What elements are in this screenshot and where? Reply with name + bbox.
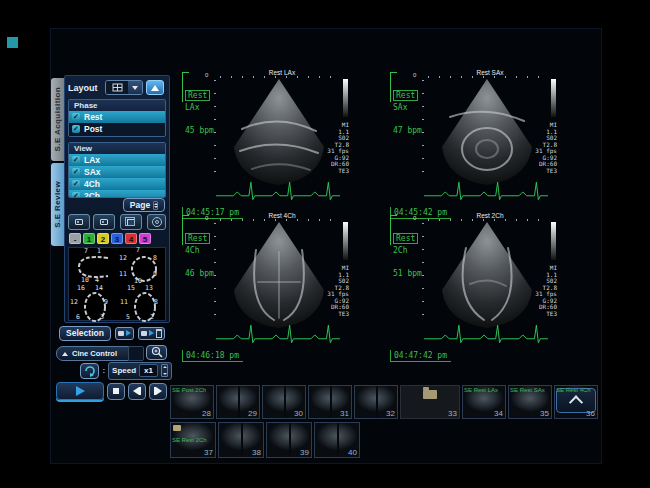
checkbox-checked-icon[interactable]: ✓ [72, 192, 80, 198]
page-stepper-icon[interactable] [153, 201, 158, 210]
ultrasound-image[interactable]: Rest 2Ch 0 MI 1.1 S02 T2.8 31 fps G:92 D… [422, 213, 558, 347]
loop-icon [83, 365, 97, 377]
view-option-4ch[interactable]: ✓ 4Ch [69, 178, 165, 190]
quadrant-timestamp: 04:46:18 pm [182, 350, 243, 362]
phase-option-post[interactable]: ✓ Post [69, 123, 165, 135]
quadrant-rest-2ch[interactable]: Rest 2Ch 51 bpm Rest 2Ch 0 MI 1.1 S02 T2… [380, 215, 586, 356]
stage-button-5[interactable]: 5 [139, 233, 151, 244]
phase-option-rest[interactable]: ✓ Rest [69, 111, 165, 123]
image-title: Rest 2Ch [476, 212, 503, 219]
single-frame-button[interactable] [68, 214, 90, 230]
cine-control-header[interactable]: Cine Control [56, 346, 134, 361]
ecg-trace [424, 176, 548, 202]
segment-diagram-lax: 7 1 10 4 [69, 248, 117, 284]
image-parameters: MI 1.1 S02 T2.8 31 fps G:92 DR:60 TE3 [327, 265, 349, 317]
thumbnail-number: 31 [340, 409, 349, 418]
thumbnail-label: SE Rest LAx [464, 387, 498, 393]
view-label: SAx [393, 103, 422, 112]
checkbox-checked-icon[interactable]: ✓ [72, 113, 80, 121]
checkbox-checked-icon[interactable]: ✓ [72, 180, 80, 188]
thumbnail-clip-31[interactable]: 31 [308, 385, 352, 419]
send-to-review-button[interactable] [115, 327, 134, 340]
depth-marker: 0 [413, 72, 416, 78]
checkbox-checked-icon[interactable]: ✓ [72, 125, 80, 133]
view-option-lax[interactable]: ✓ LAx [69, 154, 165, 166]
layout-label: Layout [68, 83, 102, 93]
depth-marker: 0 [205, 72, 208, 78]
grayscale-bar [551, 222, 556, 260]
tab-se-review[interactable]: S.E Review [51, 163, 64, 246]
view-option-sax[interactable]: ✓ SAx [69, 166, 165, 178]
checkbox-checked-icon[interactable]: ✓ [72, 156, 80, 164]
thumbnail-number: 30 [294, 409, 303, 418]
target-button[interactable] [147, 214, 166, 230]
scale-ticks [422, 80, 424, 176]
thumbnail-clip-34[interactable]: SE Rest LAx 34 [462, 385, 506, 419]
stage-button-none[interactable]: - [69, 233, 81, 244]
zoom-in-button[interactable] [146, 345, 167, 360]
stop-button[interactable] [107, 383, 125, 400]
stage-button-1[interactable]: 1 [83, 233, 95, 244]
chevron-up-icon [569, 395, 583, 409]
control-panel: Layout Phase ✓ Rest ✓ Post View [64, 75, 170, 323]
checkbox-checked-icon[interactable]: ✓ [72, 168, 80, 176]
cine-slot [128, 346, 144, 361]
chevron-down-icon[interactable] [128, 81, 142, 94]
stage-button-2[interactable]: 2 [97, 233, 109, 244]
quadrant-rest-4ch[interactable]: Rest 4Ch 46 bpm Rest 4Ch 0 MI 1.1 S02 T2… [172, 215, 378, 356]
loop-mode-button[interactable] [80, 363, 99, 379]
view-header: View [69, 143, 165, 154]
thumbnail-clip-37[interactable]: SE Rest 2Ch 37 [170, 422, 216, 458]
phase-label: Rest [393, 233, 418, 244]
quadrant-rest-sax[interactable]: Rest SAx 47 bpm Rest SAx 0 MI 1.1 S02 T2… [380, 72, 586, 213]
thumbnail-clip-40[interactable]: 40 [314, 422, 360, 458]
thumbnail-clip-28[interactable]: SE Post 2Ch 28 [170, 385, 214, 419]
thumbnail-number: 36 [586, 409, 595, 418]
view-label: 2Ch [393, 246, 422, 255]
view-option-2ch[interactable]: ✓ 2Ch [69, 190, 165, 198]
page-button[interactable]: Page [123, 198, 165, 212]
thumbnail-clip-35[interactable]: SE Rest SAx 35 [508, 385, 552, 419]
send-and-delete-button[interactable] [138, 327, 165, 340]
speed-stepper-icon[interactable] [161, 364, 168, 377]
thumbnail-clip-32[interactable]: 32 [354, 385, 398, 419]
filmstrip-row-2: SE Rest 2Ch 37 38 39 40 [170, 422, 360, 458]
segment-diagram-sax: 7 8 9 10 11 12 [119, 248, 167, 284]
speed-value: x1 [139, 364, 158, 377]
stage-button-3[interactable]: 3 [111, 233, 123, 244]
thumbnail-clip-38[interactable]: 38 [218, 422, 264, 458]
heart-rate: 47 bpm [393, 126, 422, 135]
thumbnail-folder-33[interactable]: 33 [400, 385, 460, 419]
heart-rate: 45 bpm [185, 126, 214, 135]
frame-marker [390, 72, 391, 102]
thumbnail-clip-30[interactable]: 30 [262, 385, 306, 419]
thumbnail-label: SE Rest 2Ch [172, 437, 207, 443]
image-parameters: MI 1.1 S02 T2.8 31 fps G:92 DR:60 TE3 [327, 122, 349, 174]
undock-button[interactable] [146, 80, 164, 95]
ultrasound-image[interactable]: Rest 4Ch 0 MI 1.1 S02 T2.8 31 fps G:92 D… [214, 213, 350, 347]
tab-se-acquisition[interactable]: S.E Acquisition [51, 78, 64, 161]
multi-frame-button[interactable] [93, 214, 115, 230]
thumbnail-number: 34 [494, 409, 503, 418]
cine-stack-button[interactable] [120, 214, 142, 230]
ultrasound-image[interactable]: Rest SAx 0 MI 1.1 S02 T2.8 31 fps G:92 D… [422, 70, 558, 204]
selection-button[interactable]: Selection [59, 326, 111, 341]
ultrasound-fan [218, 220, 340, 332]
tab-label: S.E Acquisition [53, 87, 62, 151]
phase-section: Phase ✓ Rest ✓ Post [68, 99, 166, 137]
step-back-button[interactable] [128, 383, 146, 400]
loop-stepper[interactable]: : [102, 366, 105, 375]
stage-button-4[interactable]: 4 [125, 233, 137, 244]
thumbnail-clip-29[interactable]: 29 [216, 385, 260, 419]
speed-control[interactable]: Speed x1 [108, 362, 172, 380]
layout-selector[interactable] [105, 80, 143, 95]
ultrasound-image[interactable]: Rest LAx 0 MI 1.1 S02 T2.8 31 fps G:92 D… [214, 70, 350, 204]
play-button[interactable] [56, 382, 104, 400]
thumbnail-number: 38 [252, 448, 261, 457]
ultrasound-fan [426, 77, 548, 189]
quadrant-rest-lax[interactable]: Rest LAx 45 bpm Rest LAx 0 MI 1.1 S02 T2… [172, 72, 378, 213]
step-forward-button[interactable] [149, 383, 167, 400]
heart-rate: 51 bpm [393, 269, 422, 278]
depth-marker: 0 [413, 215, 416, 221]
thumbnail-clip-39[interactable]: 39 [266, 422, 312, 458]
